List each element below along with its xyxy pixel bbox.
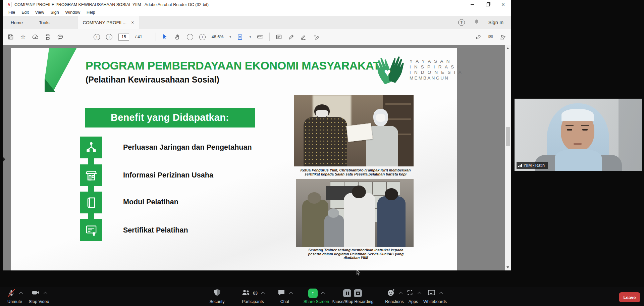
email-icon[interactable]: ✉ bbox=[487, 34, 494, 40]
window-titlebar: A COMPANY PROFILE PROGRAM KEWIRAUSAHAAN … bbox=[3, 0, 511, 9]
menu-view[interactable]: View bbox=[35, 10, 44, 15]
shield-icon bbox=[213, 288, 221, 298]
participant-name-label: YIIM - Ratih bbox=[517, 162, 548, 169]
scrollbar-thumb[interactable] bbox=[506, 127, 510, 146]
slide-corner-decoration bbox=[45, 48, 76, 92]
apps-icon bbox=[406, 288, 414, 298]
print-icon[interactable] bbox=[45, 34, 51, 40]
participants-button[interactable]: 63 Participants bbox=[235, 289, 271, 305]
screen: A COMPANY PROFILE PROGRAM KEWIRAUSAHAAN … bbox=[0, 0, 644, 306]
photo-caption: Seorang Trainer sedang memberikan instru… bbox=[302, 248, 410, 260]
fit-dropdown-icon[interactable]: ▾ bbox=[250, 35, 251, 39]
menu-file[interactable]: File bbox=[8, 10, 15, 15]
restore-button[interactable] bbox=[480, 0, 495, 9]
page-number-input[interactable] bbox=[118, 34, 129, 41]
menu-help[interactable]: Help bbox=[87, 10, 95, 15]
previous-page-icon[interactable]: ↑ bbox=[94, 34, 100, 40]
yiim-logo: ♥ Y A Y A S A N I N S P I R A S I I N D … bbox=[374, 54, 451, 85]
favorite-star-icon[interactable]: ☆ bbox=[20, 34, 26, 40]
scroll-down-icon[interactable] bbox=[506, 266, 509, 268]
benefit-connector bbox=[88, 213, 94, 219]
save-icon[interactable] bbox=[7, 34, 14, 40]
fill-and-sign-icon[interactable] bbox=[313, 34, 319, 40]
tab-close-icon[interactable]: × bbox=[131, 20, 134, 25]
acrobat-window: A COMPANY PROFILE PROGRAM KEWIRAUSAHAAN … bbox=[3, 0, 511, 270]
zoom-in-icon[interactable]: + bbox=[199, 34, 206, 40]
tab-tools[interactable]: Tools bbox=[31, 16, 58, 29]
tab-document[interactable]: COMPANY PROFIL... × bbox=[77, 16, 140, 29]
minimize-icon bbox=[471, 4, 474, 5]
slide-subtitle: (Pelatihan Kewirausahaan Sosial) bbox=[86, 75, 219, 85]
signal-strength-icon bbox=[518, 164, 522, 167]
document-area: PROGRAM PEMBERDAYAAN EKONOMI MASYARAKAT … bbox=[3, 45, 511, 270]
sticky-note-icon[interactable] bbox=[276, 34, 282, 40]
next-page-icon[interactable]: ↓ bbox=[106, 34, 112, 40]
hand-tool-icon[interactable] bbox=[174, 34, 181, 40]
benefit-label: Perluasan Jaringan dan Pengetahuan bbox=[123, 143, 252, 152]
video-camera-icon bbox=[31, 288, 40, 298]
participants-count-badge: 63 bbox=[253, 291, 258, 296]
chat-button[interactable]: Chat bbox=[270, 289, 299, 305]
share-link-icon[interactable] bbox=[475, 34, 481, 40]
comment-icon[interactable] bbox=[57, 34, 63, 40]
cloud-upload-icon[interactable] bbox=[32, 34, 39, 40]
chevron-up-icon[interactable] bbox=[19, 292, 22, 296]
zoom-level-value[interactable]: 48.6% bbox=[212, 35, 223, 39]
window-title: COMPANY PROFILE PROGRAM KEWIRAUSAHAAN SO… bbox=[14, 2, 209, 7]
tab-document-label: COMPANY PROFIL... bbox=[83, 20, 127, 25]
microphone-muted-icon bbox=[7, 289, 16, 298]
photo-caption: Ketua Pengurus YIIM, Chrisbiantoro (Tamp… bbox=[300, 168, 411, 176]
participants-icon bbox=[241, 288, 251, 298]
whiteboards-button[interactable]: Whiteboards bbox=[419, 289, 451, 305]
tab-home[interactable]: Home bbox=[3, 16, 31, 29]
zoom-control-bar: Unmute Stop Video Security bbox=[0, 287, 644, 306]
yiim-logo-text: Y A Y A S A N I N S P I R A S I I N D O … bbox=[410, 59, 463, 81]
chevron-up-icon[interactable] bbox=[289, 292, 292, 296]
benefit-connector bbox=[88, 186, 94, 192]
share-screen-icon: ↑ bbox=[308, 289, 318, 298]
sign-in-button[interactable]: Sign In bbox=[488, 20, 503, 25]
menu-bar: File Edit View Sign Window Help bbox=[3, 9, 511, 16]
help-icon[interactable]: ? bbox=[458, 19, 465, 26]
zoom-dropdown-icon[interactable]: ▾ bbox=[229, 35, 231, 39]
pause-stop-recording-button[interactable]: Pause/Stop Recording bbox=[326, 289, 379, 305]
restore-icon bbox=[486, 3, 490, 6]
whiteboard-icon bbox=[427, 288, 436, 298]
pause-recording-icon[interactable] bbox=[343, 289, 351, 297]
benefit-label: Sertifikat Pelatihan bbox=[123, 226, 188, 235]
highlighter-icon[interactable] bbox=[288, 34, 294, 40]
menu-edit[interactable]: Edit bbox=[21, 10, 29, 15]
chevron-up-icon[interactable] bbox=[321, 292, 324, 296]
toolbar-separator bbox=[156, 33, 156, 41]
pdf-file-icon: A bbox=[6, 2, 12, 7]
notifications-bell-icon[interactable] bbox=[474, 19, 480, 26]
chevron-up-icon[interactable] bbox=[261, 292, 265, 296]
sign-pen-icon[interactable] bbox=[301, 34, 307, 40]
measure-icon[interactable] bbox=[257, 34, 263, 40]
security-button[interactable]: Security bbox=[201, 289, 233, 305]
close-button[interactable]: × bbox=[495, 0, 511, 9]
chevron-up-icon[interactable] bbox=[439, 292, 443, 296]
menu-sign[interactable]: Sign bbox=[51, 10, 59, 15]
navigation-pane-toggle[interactable] bbox=[3, 157, 5, 162]
vertical-scrollbar[interactable] bbox=[505, 45, 511, 270]
chevron-up-icon[interactable] bbox=[43, 292, 47, 296]
benefit-label: Informasi Perizinan Usaha bbox=[123, 171, 213, 180]
network-icon bbox=[80, 137, 102, 158]
benefit-connector bbox=[88, 158, 94, 164]
stop-recording-icon[interactable] bbox=[354, 289, 362, 297]
add-user-icon[interactable] bbox=[500, 34, 506, 40]
minimize-button[interactable] bbox=[465, 0, 480, 9]
stop-video-button[interactable]: Stop Video bbox=[23, 289, 54, 305]
certificate-icon bbox=[80, 219, 102, 241]
menu-window[interactable]: Window bbox=[65, 10, 80, 15]
zoom-out-icon[interactable]: − bbox=[187, 34, 193, 40]
leave-button[interactable]: Leave bbox=[619, 292, 640, 302]
toolbar: ☆ ↑ ↓ / 41 − + 48.6% bbox=[3, 29, 511, 45]
scroll-up-icon[interactable] bbox=[506, 47, 509, 49]
store-icon bbox=[80, 164, 102, 186]
chat-bubble-icon bbox=[277, 288, 286, 298]
fit-page-icon[interactable] bbox=[237, 34, 244, 40]
chevron-up-icon[interactable] bbox=[398, 292, 402, 296]
select-tool-icon[interactable] bbox=[162, 34, 168, 40]
